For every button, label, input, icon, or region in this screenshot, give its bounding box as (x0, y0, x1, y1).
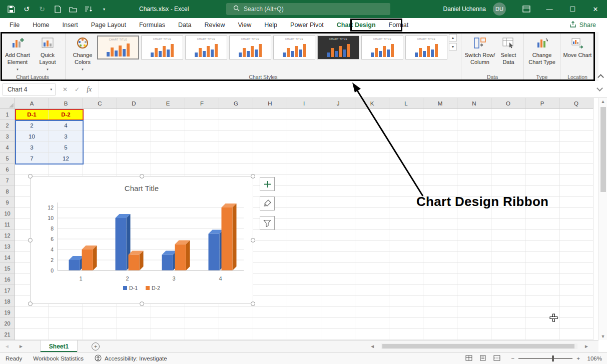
cell-D6[interactable] (117, 164, 151, 175)
zoom-percent[interactable]: 106% (584, 356, 602, 362)
cell-N8[interactable] (457, 186, 491, 197)
cell-N6[interactable] (457, 164, 491, 175)
cell-E5[interactable] (151, 153, 185, 164)
cell-G21[interactable] (219, 329, 253, 340)
cell-Q14[interactable] (559, 252, 593, 263)
cell-O21[interactable] (491, 329, 525, 340)
cell-N10[interactable] (457, 208, 491, 219)
cell-E20[interactable] (151, 318, 185, 329)
cell-K9[interactable] (355, 197, 389, 208)
cell-P1[interactable] (525, 109, 559, 120)
minimize-button[interactable]: — (538, 0, 561, 18)
cell-F20[interactable] (185, 318, 219, 329)
row-header-17[interactable]: 17 (0, 285, 15, 296)
cell-F21[interactable] (185, 329, 219, 340)
cell-E2[interactable] (151, 120, 185, 131)
cell-M6[interactable] (423, 164, 457, 175)
enter-icon[interactable]: ✓ (75, 86, 80, 93)
cell-Q6[interactable] (559, 164, 593, 175)
cell-H19[interactable] (253, 307, 287, 318)
cell-H17[interactable] (253, 285, 287, 296)
cell-I15[interactable] (287, 263, 321, 274)
cell-M4[interactable] (423, 142, 457, 153)
cell-K15[interactable] (355, 263, 389, 274)
row-header-4[interactable]: 4 (0, 142, 15, 153)
cell-P13[interactable] (525, 241, 559, 252)
cell-D19[interactable] (117, 307, 151, 318)
cell-E4[interactable] (151, 142, 185, 153)
vscroll-up-icon[interactable]: ▲ (599, 99, 607, 104)
user-name[interactable]: Daniel Uchenna (443, 6, 486, 12)
cell-M15[interactable] (423, 263, 457, 274)
cell-K12[interactable] (355, 230, 389, 241)
cell-K19[interactable] (355, 307, 389, 318)
cell-H5[interactable] (253, 153, 287, 164)
cell-J17[interactable] (321, 285, 355, 296)
name-box[interactable]: Chart 4 ▾ (3, 84, 56, 96)
cell-M19[interactable] (423, 307, 457, 318)
formula-input[interactable] (99, 81, 597, 98)
row-header-6[interactable]: 6 (0, 164, 15, 175)
gallery-down-icon[interactable]: ▼ (449, 43, 457, 50)
col-header-A[interactable]: A (15, 98, 49, 109)
chart-handle-e[interactable] (251, 238, 255, 242)
cell-N14[interactable] (457, 252, 491, 263)
cell-L14[interactable] (389, 252, 423, 263)
cell-F2[interactable] (185, 120, 219, 131)
cell-O2[interactable] (491, 120, 525, 131)
chart-styles-button[interactable] (260, 196, 275, 210)
cell-A20[interactable] (15, 318, 49, 329)
cell-I18[interactable] (287, 296, 321, 307)
cell-M9[interactable] (423, 197, 457, 208)
cell-I14[interactable] (287, 252, 321, 263)
cell-F5[interactable] (185, 153, 219, 164)
cell-L21[interactable] (389, 329, 423, 340)
tab-file[interactable]: File (3, 18, 26, 32)
cell-M1[interactable] (423, 109, 457, 120)
cell-L2[interactable] (389, 120, 423, 131)
gallery-up-icon[interactable]: ▲ (449, 34, 457, 42)
chart-title[interactable]: Chart Title (31, 176, 253, 196)
cell-I6[interactable] (287, 164, 321, 175)
cell-O8[interactable] (491, 186, 525, 197)
cell-H15[interactable] (253, 263, 287, 274)
quick-layout-button[interactable]: Quick Layout ▾ (33, 34, 63, 71)
cell-M18[interactable] (423, 296, 457, 307)
cell-J5[interactable] (321, 153, 355, 164)
col-header-B[interactable]: B (49, 98, 83, 109)
cell-K17[interactable] (355, 285, 389, 296)
row-header-11[interactable]: 11 (0, 219, 15, 230)
cell-Q12[interactable] (559, 230, 593, 241)
cell-N12[interactable] (457, 230, 491, 241)
cell-H14[interactable] (253, 252, 287, 263)
row-header-20[interactable]: 20 (0, 318, 15, 329)
col-header-G[interactable]: G (219, 98, 253, 109)
cell-J3[interactable] (321, 131, 355, 142)
cell-I21[interactable] (287, 329, 321, 340)
row-header-9[interactable]: 9 (0, 197, 15, 208)
cell-I16[interactable] (287, 274, 321, 285)
cell-H16[interactable] (253, 274, 287, 285)
share-button[interactable]: Share (569, 21, 596, 29)
cell-M12[interactable] (423, 230, 457, 241)
tab-page-layout[interactable]: Page Layout (85, 18, 133, 32)
cell-N18[interactable] (457, 296, 491, 307)
tab-format[interactable]: Format (382, 18, 415, 32)
cell-N21[interactable] (457, 329, 491, 340)
collapse-ribbon-icon[interactable] (597, 74, 604, 80)
cell-C19[interactable] (83, 307, 117, 318)
cell-O15[interactable] (491, 263, 525, 274)
cell-D2[interactable] (117, 120, 151, 131)
cell-H2[interactable] (253, 120, 287, 131)
chart-handle-s[interactable] (140, 302, 144, 306)
cell-O5[interactable] (491, 153, 525, 164)
cell-K21[interactable] (355, 329, 389, 340)
cell-C4[interactable] (83, 142, 117, 153)
cell-K7[interactable] (355, 175, 389, 186)
cell-Q4[interactable] (559, 142, 593, 153)
chart-style-6[interactable]: CHART TITLE (317, 36, 359, 60)
chart-style-1[interactable]: CHART TITLE (97, 36, 139, 60)
open-icon[interactable] (69, 5, 77, 13)
cell-B1[interactable]: D-2 (49, 109, 83, 120)
cell-L1[interactable] (389, 109, 423, 120)
